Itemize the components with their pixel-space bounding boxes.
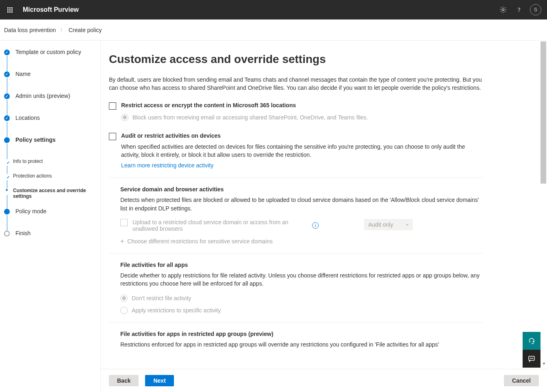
- checkbox-restrict-access[interactable]: [109, 102, 116, 110]
- step-locations[interactable]: Locations: [4, 115, 100, 136]
- step-policy-mode[interactable]: Policy mode: [4, 208, 100, 230]
- wizard-footer: Back Next Cancel: [101, 369, 547, 392]
- desc-service-domain: Detects when protected files are blocked…: [120, 196, 483, 212]
- step-name[interactable]: Name: [4, 71, 100, 93]
- heading-restricted-app-groups: File activities for apps in restricted a…: [120, 331, 483, 337]
- divider: [109, 253, 483, 253]
- page-intro: By default, users are blocked from sendi…: [109, 76, 483, 92]
- divider: [109, 322, 483, 323]
- content-scroll[interactable]: Customize access and override settings B…: [101, 41, 547, 392]
- link-choose-restrictions: + Choose different restrictions for sens…: [120, 238, 483, 245]
- svg-point-3: [530, 358, 531, 359]
- app-title: Microsoft Purview: [23, 6, 79, 13]
- desc-restricted-app-groups: Restrictions enforced for apps in restri…: [120, 340, 483, 349]
- cancel-button[interactable]: Cancel: [504, 375, 539, 386]
- desc-audit-restrict: When specified activities are detected o…: [121, 143, 483, 159]
- wizard-steps-nav: Template or custom policy Name Admin uni…: [0, 41, 101, 392]
- top-bar: Microsoft Purview ? S: [0, 0, 547, 19]
- label-dont-restrict: Don't restrict file activity: [132, 295, 191, 301]
- svg-text:?: ?: [518, 7, 520, 13]
- checkbox-audit-restrict-devices[interactable]: [109, 133, 116, 140]
- breadcrumb-current: Create policy: [69, 27, 102, 33]
- feedback-chat-icon[interactable]: [523, 350, 540, 368]
- desc-file-activities: Decide whether to apply restrictions for…: [120, 271, 483, 288]
- help-icon[interactable]: ?: [511, 2, 527, 18]
- label-upload-restricted: Upload to a restricted cloud service dom…: [132, 219, 295, 232]
- app-launcher-icon[interactable]: [3, 3, 16, 16]
- radio-dont-restrict: [120, 295, 128, 302]
- svg-point-4: [532, 358, 532, 359]
- step-finish[interactable]: Finish: [4, 230, 100, 236]
- label-restrict-access: Restrict access or encrypt the content i…: [121, 102, 296, 108]
- dropdown-audit-only: Audit only: [364, 219, 413, 230]
- scrollbar-thumb[interactable]: [540, 41, 546, 184]
- label-audit-restrict-devices: Audit or restrict activities on devices: [121, 132, 221, 139]
- substep-customize-access[interactable]: Customize access and override settings: [4, 188, 100, 208]
- floating-actions: ▾: [523, 332, 547, 368]
- label-block-users: Block users from receiving email or acce…: [132, 114, 368, 121]
- account-avatar[interactable]: S: [527, 2, 544, 18]
- feedback-caret-icon[interactable]: ▾: [540, 359, 547, 368]
- substep-protection-actions[interactable]: Protection actions: [4, 173, 100, 188]
- radio-apply-restrictions: [120, 307, 128, 314]
- substep-info-to-protect[interactable]: Info to protect: [4, 158, 100, 173]
- link-learn-more-device[interactable]: Learn more restricting device activity: [121, 162, 213, 169]
- back-button[interactable]: Back: [109, 375, 139, 386]
- breadcrumb-parent[interactable]: Data loss prevention: [4, 27, 56, 33]
- label-apply-restrictions: Apply restrictions to specific activity: [132, 307, 221, 314]
- step-policy-settings[interactable]: Policy settings: [4, 136, 100, 158]
- step-admin-units[interactable]: Admin units (preview): [4, 93, 100, 115]
- next-button[interactable]: Next: [145, 375, 174, 386]
- info-icon[interactable]: i: [312, 222, 319, 229]
- divider: [109, 178, 483, 178]
- plus-icon: +: [120, 238, 124, 245]
- settings-icon[interactable]: [495, 2, 511, 18]
- headset-support-icon[interactable]: [523, 332, 540, 350]
- page-title: Customize access and override settings: [109, 53, 483, 66]
- breadcrumb: Data loss prevention 〉 Create policy: [0, 19, 547, 41]
- checkbox-upload-restricted: [120, 219, 128, 226]
- heading-file-activities: File activities for all apps: [120, 262, 483, 268]
- step-template[interactable]: Template or custom policy: [4, 49, 100, 71]
- heading-service-domain: Service domain and browser activities: [120, 186, 483, 193]
- radio-block-users: [121, 114, 128, 121]
- svg-point-5: [533, 358, 533, 359]
- chevron-right-icon: 〉: [60, 27, 65, 33]
- svg-point-0: [502, 9, 504, 11]
